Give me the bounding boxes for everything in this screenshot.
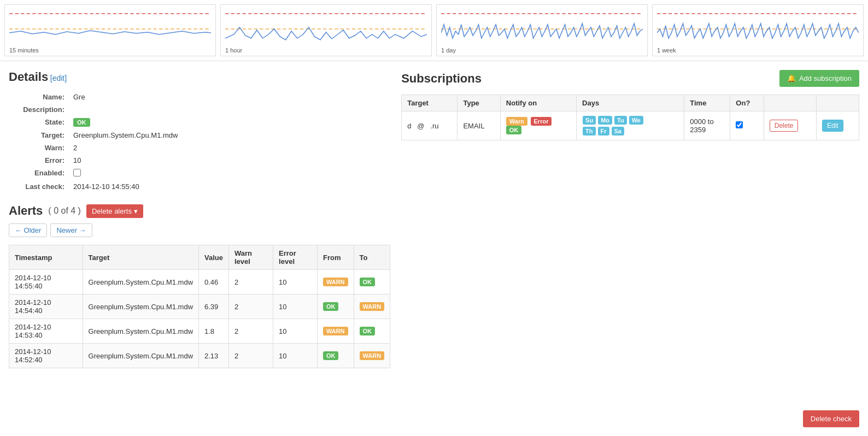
- subscription-delete-button[interactable]: Delete: [770, 120, 799, 132]
- main-content: Details [edit] Name: Gre Description: St…: [0, 61, 868, 377]
- sub-on-checkbox[interactable]: [736, 121, 743, 128]
- alert-target: Greenplum.System.Cpu.M1.mdw: [83, 319, 198, 344]
- chart-1h-label: 1 hour: [225, 47, 242, 54]
- detail-row-description: Description:: [9, 103, 182, 116]
- alert-error-level: 10: [273, 270, 318, 294]
- col-error-level: Error level: [273, 245, 318, 270]
- newer-button[interactable]: Newer →: [50, 223, 92, 237]
- col-target: Target: [83, 245, 198, 270]
- col-warn-level: Warn level: [228, 245, 273, 270]
- detail-label-lastcheck: Last check:: [9, 180, 69, 193]
- detail-label-name: Name:: [9, 91, 69, 103]
- alert-target: Greenplum.System.Cpu.M1.mdw: [83, 270, 198, 294]
- detail-label-warn: Warn:: [9, 142, 69, 154]
- delete-alerts-label: Delete alerts: [92, 207, 132, 215]
- sub-notify: Warn Error OK: [500, 111, 576, 140]
- sub-col-time: Time: [684, 95, 730, 111]
- alert-timestamp: 2014-12-10 14:55:40: [9, 270, 83, 294]
- to-badge: OK: [360, 327, 376, 335]
- day-fr: Fr: [598, 127, 609, 135]
- alert-warn-level: 2: [228, 344, 273, 368]
- sub-col-days: Days: [577, 95, 684, 111]
- col-timestamp: Timestamp: [9, 245, 83, 270]
- detail-value-enabled: [69, 167, 182, 180]
- detail-label-state: State:: [9, 116, 69, 129]
- sub-col-on: On?: [730, 95, 764, 111]
- notify-warn-badge: Warn: [506, 117, 527, 126]
- detail-row-name: Name: Gre: [9, 91, 182, 103]
- alert-target: Greenplum.System.Cpu.M1.mdw: [83, 344, 198, 368]
- delete-alerts-button[interactable]: Delete alerts ▾: [86, 204, 143, 218]
- dropdown-caret-icon: ▾: [134, 207, 138, 215]
- from-badge: WARN: [323, 327, 348, 335]
- right-panel: Subscriptions 🔔 Add subscription Target …: [401, 70, 859, 368]
- alert-warn-level: 2: [228, 270, 273, 294]
- chart-15m[interactable]: 15 minutes: [4, 4, 216, 56]
- chart-1w[interactable]: 1 week: [652, 4, 864, 56]
- enabled-checkbox[interactable]: [73, 169, 81, 176]
- subscriptions-header: Subscriptions 🔔 Add subscription: [401, 70, 859, 87]
- alert-error-level: 10: [273, 344, 318, 368]
- alert-from: OK: [317, 344, 354, 368]
- alert-error-level: 10: [273, 319, 318, 344]
- sub-col-type: Type: [458, 95, 500, 111]
- detail-value-warn: 2: [69, 142, 182, 154]
- detail-label-target: Target:: [9, 129, 69, 142]
- pagination: ← Older Newer →: [9, 223, 390, 237]
- details-table: Name: Gre Description: State: OK: [9, 91, 182, 193]
- alert-row: 2014-12-10 14:55:40 Greenplum.System.Cpu…: [9, 270, 390, 294]
- day-tu: Tu: [614, 116, 627, 125]
- col-from: From: [317, 245, 354, 270]
- day-th: Th: [583, 127, 595, 135]
- to-badge: WARN: [360, 351, 385, 360]
- from-badge: WARN: [323, 278, 348, 286]
- details-section: Details [edit] Name: Gre Description: St…: [9, 70, 390, 193]
- alert-from: OK: [317, 294, 354, 319]
- sub-delete-cell: Delete: [764, 111, 816, 140]
- sub-time: 0000 to2359: [684, 111, 730, 140]
- sub-edit-cell: Edit: [816, 111, 859, 140]
- detail-label-error: Error:: [9, 154, 69, 167]
- from-badge: OK: [323, 351, 339, 360]
- subscriptions-title: Subscriptions: [401, 72, 482, 86]
- left-panel: Details [edit] Name: Gre Description: St…: [9, 70, 390, 368]
- alert-value: 6.39: [199, 294, 229, 319]
- older-button[interactable]: ← Older: [9, 223, 47, 237]
- alert-row: 2014-12-10 14:53:40 Greenplum.System.Cpu…: [9, 319, 390, 344]
- detail-value-description: [69, 103, 182, 116]
- chart-1d-label: 1 day: [441, 47, 456, 54]
- alert-error-level: 10: [273, 294, 318, 319]
- alert-timestamp: 2014-12-10 14:53:40: [9, 319, 83, 344]
- sub-col-delete: [764, 95, 816, 111]
- day-mo: Mo: [598, 116, 612, 125]
- edit-link[interactable]: [edit]: [50, 74, 67, 83]
- alert-to: OK: [354, 319, 390, 344]
- alert-row: 2014-12-10 14:54:40 Greenplum.System.Cpu…: [9, 294, 390, 319]
- alert-to: OK: [354, 270, 390, 294]
- detail-row-lastcheck: Last check: 2014-12-10 14:55:40: [9, 180, 182, 193]
- sub-target: d @ .ru: [402, 111, 458, 140]
- chart-1h[interactable]: 1 hour: [220, 4, 432, 56]
- detail-row-warn: Warn: 2: [9, 142, 182, 154]
- subscription-edit-button[interactable]: Edit: [822, 120, 843, 132]
- chart-1d[interactable]: 1 day: [436, 4, 648, 56]
- alert-value: 2.13: [199, 344, 229, 368]
- alert-value: 0.46: [199, 270, 229, 294]
- detail-value-name: Gre: [69, 91, 182, 103]
- subscriptions-section: Subscriptions 🔔 Add subscription Target …: [401, 70, 859, 140]
- add-subscription-label: Add subscription: [799, 74, 852, 83]
- alerts-header: Alerts ( 0 of 4 ) Delete alerts ▾: [9, 204, 390, 218]
- detail-value-target: Greenplum.System.Cpu.M1.mdw: [69, 129, 182, 142]
- detail-row-enabled: Enabled:: [9, 167, 182, 180]
- col-value: Value: [199, 245, 229, 270]
- day-sa: Sa: [612, 127, 624, 135]
- add-subscription-button[interactable]: 🔔 Add subscription: [779, 70, 859, 87]
- chart-1w-label: 1 week: [657, 47, 676, 54]
- sub-on: [730, 111, 764, 140]
- alert-target: Greenplum.System.Cpu.M1.mdw: [83, 294, 198, 319]
- alert-row: 2014-12-10 14:52:40 Greenplum.System.Cpu…: [9, 344, 390, 368]
- alerts-title: Alerts: [9, 204, 43, 218]
- col-to: To: [354, 245, 390, 270]
- detail-label-enabled: Enabled:: [9, 167, 69, 180]
- details-title: Details: [9, 70, 48, 84]
